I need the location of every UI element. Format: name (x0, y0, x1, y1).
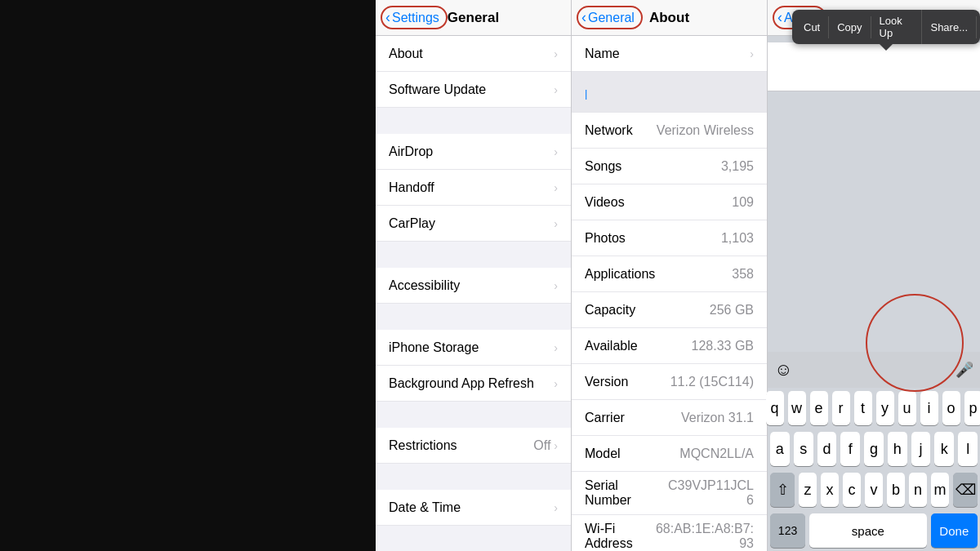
software-chevron-icon: › (554, 83, 558, 96)
settings-item-datetime-label: Date & Time (389, 500, 461, 515)
key-x[interactable]: x (821, 473, 839, 507)
about-serial-value: C39VJP11JCL6 (665, 478, 754, 508)
settings-item-iphone-storage[interactable]: iPhone Storage › (376, 330, 571, 366)
keyboard-emoji-button[interactable]: ☺ (774, 359, 792, 380)
settings-item-bg-label: Background App Refresh (389, 376, 534, 391)
panel-about: ‹ General About Name › | Network Verizon… (572, 0, 768, 551)
key-t[interactable]: t (854, 391, 872, 425)
settings-item-handoff-right: › (554, 181, 558, 194)
about-row-name-input: | (572, 72, 767, 113)
about-videos-label: Videos (585, 195, 625, 210)
key-space[interactable]: space (809, 513, 927, 548)
gap-1 (376, 108, 571, 134)
about-photos-value: 1,103 (721, 231, 754, 246)
about-model-value: MQCN2LL/A (679, 447, 754, 461)
key-s[interactable]: s (794, 432, 813, 466)
settings-item-airdrop[interactable]: AirDrop › (376, 134, 571, 170)
key-v[interactable]: v (865, 473, 883, 507)
settings-item-airdrop-right: › (554, 145, 558, 158)
context-menu-cut[interactable]: Cut (795, 16, 829, 38)
about-row-network: Network Verizon Wireless (572, 113, 767, 149)
general-back-chevron-icon: ‹ (385, 9, 390, 26)
settings-item-software-update[interactable]: Software Update › (376, 72, 571, 108)
about-apps-value: 358 (732, 267, 754, 282)
settings-item-restrictions-right: Off › (533, 438, 558, 453)
about-model-label: Model (585, 447, 621, 461)
key-delete[interactable]: ⌫ (953, 473, 978, 507)
settings-item-accessibility-label: Accessibility (389, 278, 460, 293)
key-o[interactable]: o (942, 391, 960, 425)
general-nav-bar: ‹ Settings General (376, 0, 571, 36)
about-row-name[interactable]: Name › (572, 36, 767, 72)
key-y[interactable]: y (876, 391, 894, 425)
keyboard-mic-button[interactable]: 🎤 (956, 361, 973, 379)
key-i[interactable]: i (920, 391, 938, 425)
panel-general: ‹ Settings General About › Software Upda… (376, 0, 572, 551)
key-h[interactable]: h (888, 432, 907, 466)
key-m[interactable]: m (931, 473, 949, 507)
context-menu-lookup[interactable]: Look Up (871, 10, 923, 44)
bg-refresh-chevron-icon: › (554, 377, 558, 390)
about-apps-label: Applications (585, 267, 655, 282)
keyboard-row-2: a s d f g h j k l (768, 429, 980, 469)
about-back-button[interactable]: ‹ General (577, 6, 643, 29)
key-n[interactable]: n (909, 473, 927, 507)
about-chevron-icon: › (554, 47, 558, 60)
about-version-value: 11.2 (15C114) (670, 375, 754, 389)
about-row-songs: Songs 3,195 (572, 149, 767, 184)
name-text-input[interactable] (781, 49, 967, 64)
settings-item-carplay-right: › (554, 217, 558, 230)
key-k[interactable]: k (934, 432, 954, 466)
key-p[interactable]: p (964, 391, 981, 425)
key-r[interactable]: r (832, 391, 850, 425)
general-nav-title: General (448, 10, 499, 26)
key-z[interactable]: z (799, 473, 817, 507)
about-videos-value: 109 (732, 195, 754, 210)
context-menu-arrow (880, 44, 893, 51)
about-nav-title: About (649, 10, 689, 26)
gap-3 (376, 304, 571, 330)
settings-item-datetime-right: › (554, 501, 558, 514)
settings-item-about[interactable]: About › (376, 36, 571, 72)
key-f[interactable]: f (840, 432, 860, 466)
settings-item-bg-refresh[interactable]: Background App Refresh › (376, 366, 571, 402)
about-row-serial: Serial Number C39VJP11JCL6 (572, 472, 767, 515)
context-menu-copy[interactable]: Copy (829, 16, 871, 38)
settings-item-storage-right: › (554, 341, 558, 354)
settings-item-restrictions-label: Restrictions (389, 438, 457, 453)
key-123[interactable]: 123 (770, 513, 805, 548)
about-songs-label: Songs (585, 159, 621, 174)
settings-item-handoff[interactable]: Handoff › (376, 170, 571, 206)
about-capacity-label: Capacity (585, 303, 635, 318)
settings-item-carplay[interactable]: CarPlay › (376, 206, 571, 242)
key-q[interactable]: q (766, 391, 784, 425)
about-row-applications: Applications 358 (572, 256, 767, 292)
key-l[interactable]: l (958, 432, 978, 466)
about-row-capacity: Capacity 256 GB (572, 292, 767, 328)
about-available-label: Available (585, 339, 638, 353)
settings-item-airdrop-label: AirDrop (389, 144, 433, 159)
settings-item-date-time[interactable]: Date & Time › (376, 490, 571, 526)
key-b[interactable]: b (887, 473, 905, 507)
settings-item-restrictions[interactable]: Restrictions Off › (376, 428, 571, 464)
settings-item-accessibility[interactable]: Accessibility › (376, 268, 571, 304)
about-network-value: Verizon Wireless (657, 123, 754, 138)
key-u[interactable]: u (898, 391, 916, 425)
key-c[interactable]: c (843, 473, 861, 507)
context-menu-share[interactable]: Share... (922, 16, 977, 38)
key-shift[interactable]: ⇧ (770, 473, 795, 507)
key-w[interactable]: w (788, 391, 806, 425)
about-name-label: Name (585, 47, 620, 61)
handoff-chevron-icon: › (554, 181, 558, 194)
general-back-button[interactable]: ‹ Settings (381, 6, 448, 29)
key-g[interactable]: g (864, 432, 884, 466)
key-done[interactable]: Done (931, 513, 978, 548)
settings-item-restrictions-value: Off (533, 438, 550, 453)
gap-2 (376, 242, 571, 268)
key-a[interactable]: a (770, 432, 790, 466)
accessibility-chevron-icon: › (554, 279, 558, 292)
keyboard-row-bottom: 123 space Done (768, 510, 980, 551)
key-e[interactable]: e (810, 391, 828, 425)
key-d[interactable]: d (817, 432, 837, 466)
key-j[interactable]: j (911, 432, 931, 466)
